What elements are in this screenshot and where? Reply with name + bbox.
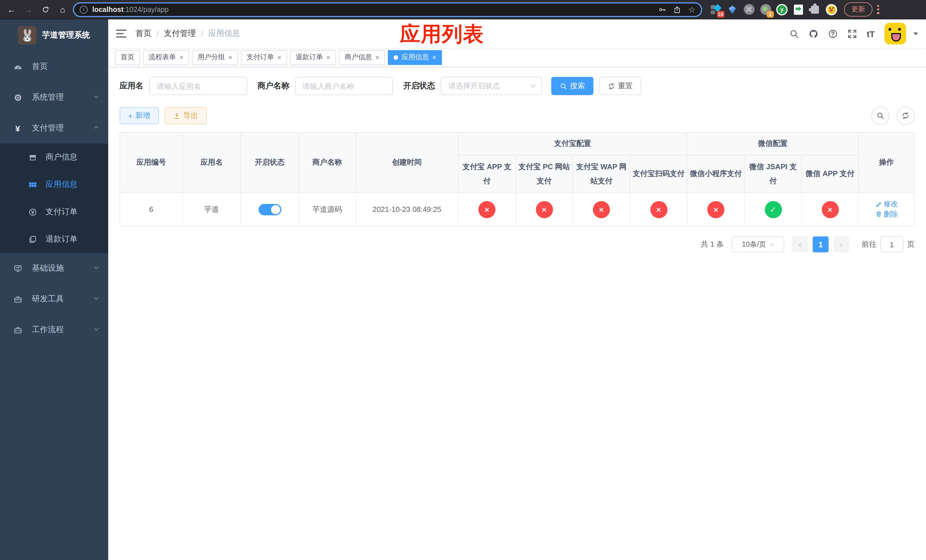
status-select[interactable]: 请选择开启状态: [441, 77, 542, 95]
font-size-icon[interactable]: tT: [867, 29, 875, 38]
share-icon[interactable]: [673, 5, 681, 14]
home-icon[interactable]: ⌂: [56, 3, 70, 16]
sidebar-item-label: 支付订单: [45, 207, 77, 217]
table-row: 6 芋道 芋道源码 2021-10-23 08:49:25 × × × × × …: [120, 193, 914, 226]
close-icon: ×: [650, 201, 667, 218]
emoji-extension-icon[interactable]: [826, 4, 837, 15]
documents-icon: [26, 235, 39, 244]
tag-flow-form[interactable]: 流程表单×: [143, 50, 189, 65]
breadcrumb-separator: /: [201, 29, 203, 38]
app-name-input[interactable]: [149, 77, 247, 95]
status-toggle[interactable]: [258, 204, 281, 215]
user-menu-caret-icon[interactable]: [914, 32, 918, 35]
prev-page-button[interactable]: ‹: [792, 236, 808, 252]
sidebar-item-dev-tools[interactable]: 研发工具: [0, 284, 108, 315]
bookmark-star-icon[interactable]: ☆: [688, 5, 695, 14]
sidebar-item-home[interactable]: 首页: [0, 51, 108, 82]
browser-update-button[interactable]: 更新: [844, 2, 873, 17]
app-logo-row[interactable]: 🐰 芋道管理系统: [0, 20, 108, 51]
sidebar-item-merchant-info[interactable]: 商户信息: [0, 144, 108, 171]
github-icon[interactable]: [809, 29, 819, 38]
monitor-icon: [11, 264, 24, 272]
tag-home[interactable]: 首页: [115, 50, 140, 65]
tag-refund-order[interactable]: 退款订单×: [290, 50, 336, 65]
green-y-extension-icon[interactable]: y: [776, 4, 788, 15]
sidebar-toggle-icon[interactable]: [116, 30, 126, 38]
col-header: 支付宝 PC 网站支付: [516, 155, 573, 193]
sidebar-item-pay-order[interactable]: 支付订单: [0, 198, 108, 226]
back-icon[interactable]: ←: [5, 3, 18, 16]
command-extension-icon[interactable]: ⌘: [743, 4, 755, 15]
close-icon[interactable]: ×: [326, 53, 330, 61]
filter-label: 商户名称: [257, 81, 289, 91]
trash-icon: [875, 211, 882, 218]
breadcrumb-separator: /: [157, 29, 159, 38]
cell-status: [241, 193, 299, 226]
tag-user-group[interactable]: 用户分组×: [192, 50, 238, 65]
export-button[interactable]: 导出: [164, 107, 206, 124]
edit-link[interactable]: 修改: [875, 200, 898, 209]
sidebar-menu: 首页 系统管理 ¥ 支付管理: [0, 51, 108, 345]
gem-extension-icon[interactable]: [727, 4, 738, 15]
reset-button[interactable]: 重置: [599, 77, 641, 95]
col-header: 微信 APP 支付: [802, 155, 858, 193]
sidebar-item-app-info[interactable]: 应用信息: [0, 171, 108, 198]
close-icon[interactable]: ×: [277, 53, 281, 61]
pinned-extension-icon[interactable]: 10: [710, 4, 722, 15]
breadcrumb-item[interactable]: 支付管理: [164, 29, 196, 39]
browser-menu-icon[interactable]: [877, 5, 879, 14]
tag-pay-order[interactable]: 支付订单×: [241, 50, 287, 65]
add-button[interactable]: +新增: [120, 107, 159, 124]
site-info-icon[interactable]: i: [80, 5, 88, 14]
toolbox-icon: [11, 295, 24, 303]
goto-label: 前往: [862, 239, 876, 250]
fullscreen-icon[interactable]: [847, 29, 857, 38]
sidebar-item-label: 系统管理: [32, 92, 64, 103]
grid-icon: [26, 180, 39, 189]
page-number-button[interactable]: 1: [813, 236, 829, 252]
table-toolbar: +新增 导出: [120, 106, 915, 125]
close-icon[interactable]: ×: [375, 53, 379, 61]
page-size-select[interactable]: 10条/页: [732, 236, 784, 252]
forward-icon[interactable]: →: [22, 3, 35, 16]
merchant-name-input[interactable]: [295, 77, 393, 95]
search-icon: [560, 82, 567, 90]
help-icon[interactable]: [828, 29, 838, 38]
close-icon[interactable]: ×: [179, 53, 183, 61]
tag-merchant-info[interactable]: 商户信息×: [339, 50, 385, 65]
goto-page-input[interactable]: [881, 236, 903, 252]
sidebar-item-label: 退款订单: [45, 234, 77, 244]
close-icon[interactable]: ×: [432, 53, 436, 61]
show-search-button[interactable]: [872, 106, 890, 125]
close-icon[interactable]: ×: [228, 53, 232, 61]
refresh-table-button[interactable]: [896, 106, 915, 125]
user-avatar[interactable]: [884, 23, 906, 44]
next-page-button[interactable]: ›: [833, 236, 849, 252]
tag-app-info[interactable]: 应用信息×: [388, 50, 442, 65]
sidebar-item-infrastructure[interactable]: 基础设施: [0, 253, 108, 284]
filter-label: 应用名: [120, 81, 144, 91]
cell-app-id: 6: [120, 193, 183, 226]
breadcrumb-item[interactable]: 首页: [136, 29, 151, 39]
sidebar-item-refund-order[interactable]: 退款订单: [0, 226, 108, 253]
chevron-down-icon: [94, 264, 99, 269]
sidebar: 🐰 芋道管理系统 首页 系统管理 ¥: [0, 20, 108, 560]
sidebar-item-label: 首页: [32, 62, 48, 72]
password-key-icon[interactable]: [659, 5, 667, 14]
extensions-puzzle-icon[interactable]: [809, 4, 821, 15]
col-header-actions: 操作: [858, 132, 914, 193]
search-icon[interactable]: [789, 29, 799, 38]
docs-extension-icon[interactable]: [793, 4, 804, 15]
reload-icon[interactable]: [39, 3, 52, 16]
delete-link[interactable]: 删除: [875, 209, 898, 219]
group-header-alipay: 支付宝配置: [458, 132, 687, 155]
recorder-extension-icon[interactable]: 1: [760, 4, 771, 15]
goto-suffix: 页: [907, 239, 915, 250]
sidebar-item-workflow[interactable]: 工作流程: [0, 315, 108, 345]
sidebar-item-payment[interactable]: ¥ 支付管理: [0, 113, 108, 144]
search-button[interactable]: 搜索: [551, 77, 593, 95]
address-bar[interactable]: i localhost:1024/pay/app ☆: [73, 2, 702, 17]
url-text[interactable]: localhost:1024/pay/app: [92, 5, 654, 14]
col-header: 商户名称: [299, 132, 356, 193]
sidebar-item-system[interactable]: 系统管理: [0, 82, 108, 113]
